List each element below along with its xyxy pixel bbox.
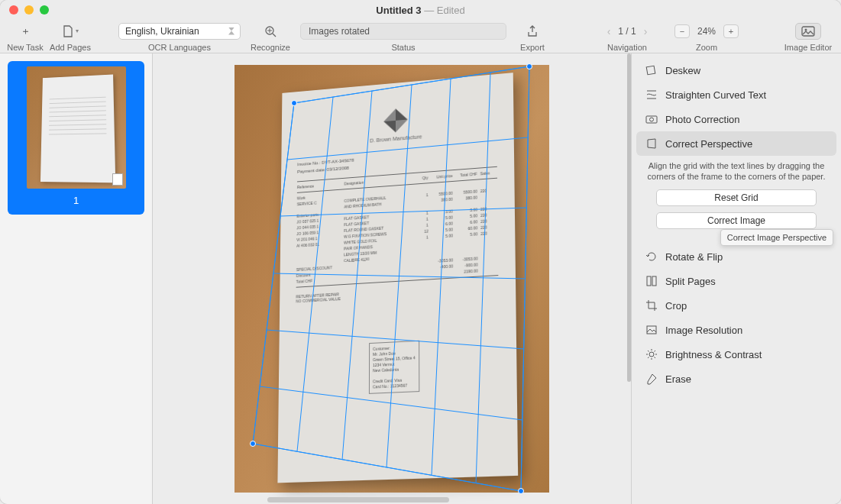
panel-scrollbar[interactable] <box>627 53 631 382</box>
reset-grid-button[interactable]: Reset Grid <box>656 189 817 206</box>
grid-handle-tl[interactable] <box>291 100 297 106</box>
page-indicator: 1 / 1 <box>618 26 636 37</box>
svg-rect-21 <box>647 276 651 286</box>
recognize-icon <box>264 24 277 38</box>
chevron-down-icon: ▾ <box>76 27 79 34</box>
perspective-icon <box>645 137 658 150</box>
plus-icon: + <box>729 27 733 36</box>
recognize-button[interactable] <box>260 23 281 40</box>
tool-deskew-label: Deskew <box>665 65 700 76</box>
status-value: Images rotated <box>309 26 370 37</box>
main-area: 1 D. Brown Manufacture Invoice No.: DVT-… <box>0 53 841 504</box>
tool-photo-correction[interactable]: Photo Correction <box>636 107 836 131</box>
tool-photo-label: Photo Correction <box>665 114 740 125</box>
new-task-label: New Task <box>7 43 43 52</box>
svg-rect-22 <box>652 276 656 286</box>
svg-point-24 <box>649 352 654 357</box>
thumbnail-page-number: 1 <box>73 195 79 206</box>
thumbnails-sidebar: 1 <box>0 53 153 504</box>
minimize-window-button[interactable] <box>24 5 34 15</box>
image-canvas[interactable]: D. Brown Manufacture Invoice No.: DVT-AX… <box>153 53 631 504</box>
navigation-label: Navigation <box>607 43 647 52</box>
correct-image-button[interactable]: Correct Image <box>656 212 817 229</box>
svg-rect-1 <box>802 27 814 36</box>
export-button[interactable] <box>522 23 543 40</box>
straighten-icon <box>645 89 658 101</box>
company-logo-icon <box>383 108 407 134</box>
close-window-button[interactable] <box>9 5 18 15</box>
titlebar: Untitled 3 — Edited <box>0 0 841 20</box>
svg-rect-18 <box>646 66 655 75</box>
add-pages-label: Add Pages <box>50 43 91 52</box>
tool-split-pages[interactable]: Split Pages <box>636 269 836 293</box>
tool-brightness-label: Brightness & Contrast <box>665 349 762 360</box>
tool-erase[interactable]: Erase <box>636 367 836 391</box>
resolution-icon <box>645 324 658 336</box>
image-editor-label: Image Editor <box>784 43 832 52</box>
crop-icon <box>645 299 658 312</box>
tool-correct-perspective[interactable]: Correct Perspective <box>636 131 836 156</box>
tool-resolution[interactable]: Image Resolution <box>636 318 836 342</box>
zoom-value: 24% <box>691 26 722 37</box>
next-page-button[interactable]: › <box>641 25 651 37</box>
new-task-button[interactable]: ＋ <box>15 23 36 40</box>
tool-deskew[interactable]: Deskew <box>636 58 836 82</box>
svg-point-2 <box>805 28 807 31</box>
window-title: Untitled 3 — Edited <box>0 5 841 16</box>
add-pages-button[interactable]: ▾ <box>60 23 81 40</box>
document-image: D. Brown Manufacture Invoice No.: DVT-AX… <box>235 65 549 493</box>
tool-rotate-label: Rotate & Flip <box>665 251 723 263</box>
tool-straighten-label: Straighten Curved Text <box>665 89 766 101</box>
document-status: Edited <box>437 5 465 16</box>
prev-page-button[interactable]: ‹ <box>604 25 614 37</box>
tool-rotate-flip[interactable]: Rotate & Flip <box>636 244 836 269</box>
page-icon <box>62 25 74 37</box>
zoom-label: Zoom <box>696 43 717 52</box>
deskew-icon <box>645 64 658 76</box>
ocr-language-select[interactable]: English, Ukrainian <box>118 23 241 40</box>
tool-resolution-label: Image Resolution <box>665 325 742 336</box>
plus-icon: ＋ <box>21 24 31 38</box>
tool-crop[interactable]: Crop <box>636 293 836 318</box>
brightness-icon <box>645 348 658 360</box>
image-icon <box>801 26 815 37</box>
svg-rect-23 <box>647 326 656 334</box>
zoom-in-button[interactable]: + <box>723 24 739 38</box>
page-thumbnail-1[interactable]: 1 <box>8 61 144 215</box>
tool-erase-label: Erase <box>665 373 691 385</box>
maximize-window-button[interactable] <box>40 5 49 15</box>
grid-handle-tr[interactable] <box>526 63 532 69</box>
image-editor-panel: Deskew Straighten Curved Text Photo Corr… <box>631 53 841 504</box>
split-icon <box>645 275 658 287</box>
toolbar: ＋ New Task ▾ Add Pages English, Ukrainia… <box>0 20 841 53</box>
svg-rect-19 <box>646 116 657 123</box>
zoom-out-button[interactable]: − <box>674 24 690 38</box>
horizontal-scrollbar[interactable] <box>267 497 449 502</box>
tool-straighten[interactable]: Straighten Curved Text <box>636 82 836 107</box>
grid-handle-bl[interactable] <box>250 441 256 447</box>
document-name: Untitled 3 <box>376 5 421 16</box>
ocr-languages-label: OCR Languages <box>148 43 211 52</box>
window-controls <box>9 5 49 15</box>
correct-image-tooltip: Correct Image Perspective <box>720 229 833 246</box>
svg-point-20 <box>650 118 654 121</box>
ocr-language-value: English, Ukrainian <box>125 26 199 37</box>
rotate-icon <box>645 250 658 263</box>
minus-icon: − <box>680 27 684 36</box>
tool-perspective-label: Correct Perspective <box>665 138 752 150</box>
perspective-help-text: Align the grid with the text lines by dr… <box>644 160 829 182</box>
status-field: Images rotated <box>300 23 506 40</box>
tool-brightness-contrast[interactable]: Brightness & Contrast <box>636 342 836 367</box>
tool-crop-label: Crop <box>665 300 687 312</box>
image-editor-toggle[interactable] <box>795 23 821 40</box>
recognize-label: Recognize <box>251 43 290 52</box>
page-type-icon <box>112 173 123 186</box>
camera-icon <box>645 113 658 125</box>
export-label: Export <box>520 43 545 52</box>
erase-icon <box>645 373 658 385</box>
grid-handle-br[interactable] <box>518 488 524 494</box>
svg-line-10 <box>521 66 529 491</box>
thumbnail-preview <box>27 66 126 189</box>
tool-split-label: Split Pages <box>665 276 716 287</box>
status-label: Status <box>391 43 415 52</box>
